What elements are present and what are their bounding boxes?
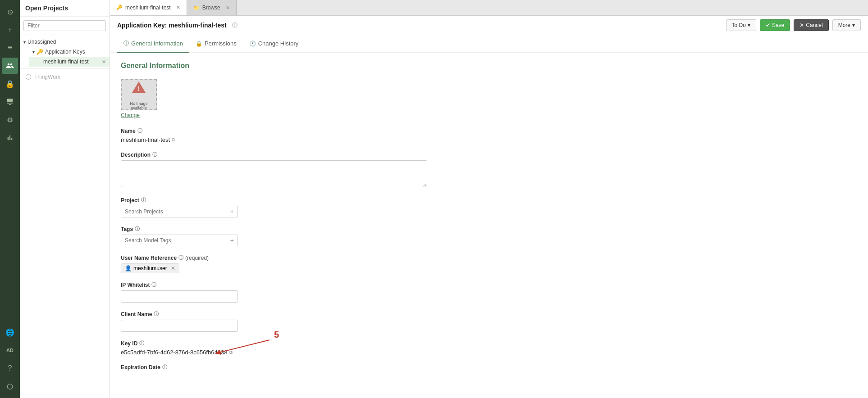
project-search-input[interactable] bbox=[121, 206, 227, 217]
todo-chevron-icon: ▾ bbox=[748, 22, 750, 28]
tags-add-icon[interactable]: + bbox=[227, 237, 238, 244]
user-tag: 👤 meshliumuser ✕ bbox=[121, 263, 179, 273]
monitor-icon[interactable] bbox=[2, 94, 18, 110]
toolbar-title: Application Key: meshlium-final-test bbox=[117, 22, 227, 29]
bar-chart-icon[interactable] bbox=[2, 130, 18, 146]
project-label: Project ⓘ bbox=[121, 197, 857, 204]
tab-general-information[interactable]: ⓘ General Information bbox=[117, 35, 189, 53]
toolbar: Application Key: meshlium-final-test ⓘ T… bbox=[110, 16, 868, 35]
client-name-info-icon: ⓘ bbox=[154, 311, 159, 317]
active-project-label: meshlium-final-test bbox=[43, 59, 89, 65]
application-keys-item[interactable]: ▾ 🔑 Application Keys bbox=[29, 47, 110, 57]
key-id-value-row: e5c5adfd-7bf6-4d62-876d-8c656fb64838 ⧉ 5 bbox=[121, 349, 857, 356]
tab-meshlium-label: meshlium-final-test bbox=[125, 5, 171, 11]
thingworx-logo-icon[interactable]: ⬡ bbox=[2, 378, 18, 394]
name-info-icon: ⓘ bbox=[137, 127, 142, 134]
tags-search-row: + bbox=[121, 235, 238, 246]
todo-button[interactable]: To Do ▾ bbox=[726, 19, 756, 31]
project-add-icon[interactable]: + bbox=[227, 208, 238, 215]
close-project-icon[interactable]: ✕ bbox=[102, 59, 106, 65]
ip-whitelist-input[interactable] bbox=[121, 290, 238, 303]
tags-search-input[interactable] bbox=[121, 235, 227, 246]
image-placeholder: ! No Image available bbox=[121, 79, 157, 110]
svg-line-2 bbox=[215, 340, 270, 353]
tab-change-history[interactable]: 🕐 Change History bbox=[243, 35, 305, 53]
settings-icon[interactable]: ⚙ bbox=[2, 112, 18, 128]
project-tree: ▾ Unassigned ▾ 🔑 Application Keys meshli… bbox=[20, 35, 110, 68]
user-person-icon: 👤 bbox=[125, 265, 132, 271]
no-image-text: No Image available bbox=[122, 101, 156, 110]
application-keys-label: Application Keys bbox=[45, 49, 85, 55]
description-label: Description ⓘ bbox=[121, 151, 857, 158]
project-panel-title: Open Projects bbox=[20, 0, 110, 17]
name-label: Name ⓘ bbox=[121, 127, 857, 134]
name-value: meshlium-final-test ⧉ bbox=[121, 136, 857, 143]
unassigned-label: Unassigned bbox=[27, 39, 56, 45]
brand-name: ThingWorx bbox=[34, 74, 60, 80]
tab-meshlium-close[interactable]: ✕ bbox=[176, 5, 180, 10]
name-copy-icon[interactable]: ⧉ bbox=[172, 137, 175, 143]
save-label: Save bbox=[772, 22, 784, 28]
todo-label: To Do bbox=[732, 22, 746, 28]
browse-tab-icon: 📁 bbox=[193, 5, 200, 11]
more-label: More bbox=[838, 22, 850, 28]
home-icon[interactable]: ⊙ bbox=[2, 4, 18, 20]
project-panel: Open Projects ▾ Unassigned ▾ 🔑 Applicati… bbox=[20, 0, 110, 398]
more-chevron-icon: ▾ bbox=[852, 22, 855, 28]
no-image-icon: ! bbox=[130, 79, 148, 97]
tab-meshlium[interactable]: 🔑 meshlium-final-test ✕ bbox=[110, 0, 187, 15]
change-image-link[interactable]: Change bbox=[121, 112, 140, 118]
main-content: 🔑 meshlium-final-test ✕ 📁 Browse ✕ Appli… bbox=[110, 0, 868, 398]
name-field: Name ⓘ meshlium-final-test ⧉ bbox=[121, 127, 857, 143]
user-name-value: meshliumuser bbox=[133, 265, 167, 271]
unassigned-item[interactable]: ▾ Unassigned bbox=[20, 37, 110, 47]
expiration-date-label: Expiration Date ⓘ bbox=[121, 364, 857, 371]
ip-whitelist-info-icon: ⓘ bbox=[151, 281, 156, 288]
help-icon[interactable]: ? bbox=[2, 360, 18, 376]
cancel-button[interactable]: ✕ Cancel bbox=[794, 19, 828, 31]
save-check-icon: ✔ bbox=[766, 22, 770, 28]
general-tab-icon: ⓘ bbox=[123, 40, 129, 47]
brand-logo-icon: ⬡ bbox=[25, 72, 32, 81]
section-tabs: ⓘ General Information 🔒 Permissions 🕐 Ch… bbox=[110, 35, 868, 53]
lock-icon[interactable]: 🔒 bbox=[2, 76, 18, 92]
description-info-icon: ⓘ bbox=[152, 151, 157, 158]
tab-browse-close[interactable]: ✕ bbox=[226, 5, 230, 11]
history-tab-icon: 🕐 bbox=[249, 41, 256, 47]
ip-whitelist-field: IP Whitelist ⓘ bbox=[121, 281, 857, 303]
tab-permissions[interactable]: 🔒 Permissions bbox=[189, 35, 243, 53]
description-field: Description ⓘ bbox=[121, 151, 857, 189]
unassigned-arrow: ▾ bbox=[23, 40, 26, 45]
permissions-tab-icon: 🔒 bbox=[196, 41, 202, 47]
general-tab-label: General Information bbox=[131, 40, 183, 47]
active-project-item[interactable]: meshlium-final-test ✕ bbox=[29, 57, 110, 67]
required-text: (required) bbox=[185, 255, 209, 261]
tags-field: Tags ⓘ + bbox=[121, 226, 857, 246]
add-icon[interactable]: ＋ bbox=[2, 22, 18, 38]
project-filter-area bbox=[20, 17, 110, 35]
app-keys-arrow: ▾ bbox=[32, 50, 35, 54]
tags-label: Tags ⓘ bbox=[121, 226, 857, 232]
user-remove-icon[interactable]: ✕ bbox=[171, 265, 175, 271]
key-id-field: Key ID ⓘ e5c5adfd-7bf6-4d62-876d-8c656fb… bbox=[121, 340, 857, 356]
save-button[interactable]: ✔ Save bbox=[760, 19, 790, 31]
client-name-input[interactable] bbox=[121, 320, 238, 332]
description-input[interactable] bbox=[121, 160, 427, 187]
globe-icon[interactable]: 🌐 bbox=[2, 324, 18, 340]
tags-info-icon: ⓘ bbox=[135, 226, 140, 232]
ad-icon[interactable]: AD bbox=[2, 342, 18, 358]
meshlium-tab-icon: 🔑 bbox=[116, 5, 123, 10]
people-icon[interactable] bbox=[2, 58, 18, 74]
tab-browse[interactable]: 📁 Browse ✕ bbox=[187, 0, 237, 15]
icon-sidebar: ⊙ ＋ ≡ 🔒 ⚙ 🌐 AD ? ⬡ bbox=[0, 0, 20, 398]
annotation-number-5: 5 bbox=[274, 330, 279, 339]
more-button[interactable]: More ▾ bbox=[832, 19, 861, 31]
user-name-field: User Name Reference ⓘ (required) 👤 meshl… bbox=[121, 254, 857, 273]
layers-icon[interactable]: ≡ bbox=[2, 40, 18, 56]
history-tab-label: Change History bbox=[258, 40, 299, 47]
client-name-label: Client Name ⓘ bbox=[121, 311, 857, 317]
cancel-label: Cancel bbox=[806, 22, 822, 28]
toolbar-info-icon: ⓘ bbox=[232, 22, 238, 29]
key-id-info-icon: ⓘ bbox=[139, 340, 144, 347]
filter-input[interactable] bbox=[23, 20, 106, 31]
